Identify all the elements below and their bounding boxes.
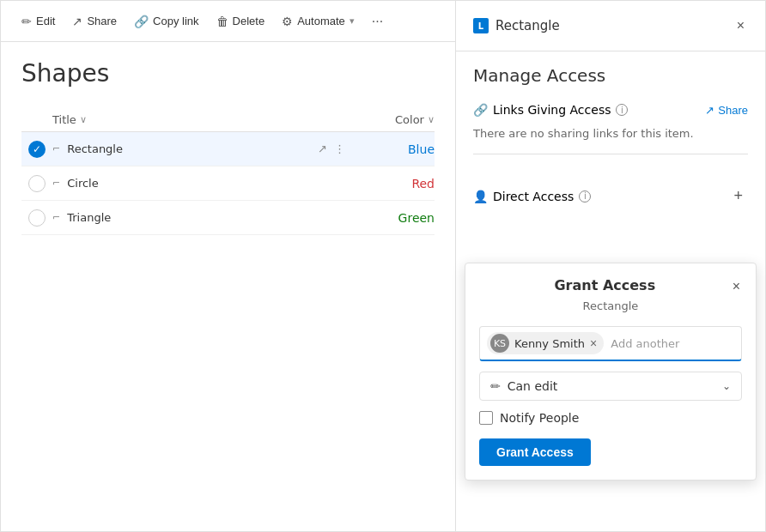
links-share-button[interactable]: ↗ Share xyxy=(705,104,748,117)
col-check-header xyxy=(21,113,52,126)
color-col-label: Color xyxy=(395,113,424,126)
check-circle-empty xyxy=(28,175,46,192)
table-row[interactable]: ✓ ⌐ Rectangle ↗ ⋮ Blue xyxy=(21,132,435,166)
title-col-label: Title xyxy=(52,113,76,126)
links-section: 🔗 Links Giving Access i ↗ Share There ar… xyxy=(473,93,748,154)
share-icon: ↗ xyxy=(72,15,82,28)
edit-icon: ✏ xyxy=(21,15,32,28)
links-info-icon[interactable]: i xyxy=(616,104,628,116)
panel-close-button[interactable]: × xyxy=(733,15,748,37)
row-share-icon[interactable]: ↗ xyxy=(314,139,331,159)
row-title: ⌐ Triangle xyxy=(52,211,314,224)
row-title: ⌐ Circle xyxy=(52,177,314,190)
main-content: Shapes Title ∨ Color ∨ ✓ ⌐ xyxy=(1,42,455,531)
person-tag: KS Kenny Smith × xyxy=(487,332,604,354)
row-color: Red xyxy=(366,177,435,190)
direct-access-info-icon[interactable]: i xyxy=(579,190,591,203)
col-color-header: Color ∨ xyxy=(366,113,435,126)
row-title: ⌐ Rectangle xyxy=(52,142,314,155)
direct-access-header: 👤 Direct Access i + xyxy=(473,175,748,214)
direct-access-label: 👤 Direct Access i xyxy=(473,190,591,203)
item-icon: ⌐ xyxy=(52,143,60,154)
row-check[interactable] xyxy=(21,209,52,227)
table-row[interactable]: ⌐ Triangle Green xyxy=(21,201,435,235)
perm-label: Can edit xyxy=(508,379,558,393)
no-links-text: There are no sharing links for this item… xyxy=(473,124,748,150)
list-table: Title ∨ Color ∨ ✓ ⌐ Rectangle xyxy=(21,108,435,235)
row-check[interactable] xyxy=(21,175,52,192)
panel-header: L Rectangle × xyxy=(456,1,765,51)
permission-left: ✏ Can edit xyxy=(490,379,557,393)
copy-link-button[interactable]: 🔗 Copy link xyxy=(127,10,205,33)
automate-label: Automate xyxy=(297,15,345,27)
person-remove-button[interactable]: × xyxy=(590,337,597,349)
direct-access-title: Direct Access xyxy=(493,190,574,203)
share-icon: ↗ xyxy=(705,104,714,117)
row-color: Blue xyxy=(366,142,435,156)
panel-header-left: L Rectangle xyxy=(473,18,560,33)
left-panel: ✏ Edit ↗ Share 🔗 Copy link 🗑 Delete ⚙ Au… xyxy=(1,1,456,531)
grant-access-button[interactable]: Grant Access xyxy=(479,438,591,466)
notify-label: Notify People xyxy=(500,411,579,425)
item-name: Rectangle xyxy=(67,142,123,155)
automate-icon: ⚙ xyxy=(282,15,293,28)
edit-button[interactable]: ✏ Edit xyxy=(15,10,62,33)
row-more-icon[interactable]: ⋮ xyxy=(331,139,349,159)
grant-access-close-button[interactable]: × xyxy=(731,277,742,296)
automate-chevron-icon: ▾ xyxy=(350,15,355,27)
chevron-down-icon: ⌄ xyxy=(722,380,731,392)
right-panel: L Rectangle × Manage Access 🔗 Links Givi… xyxy=(456,1,765,531)
col-title-header: Title ∨ xyxy=(52,113,314,126)
edit-perm-icon: ✏ xyxy=(490,379,501,393)
copy-link-label: Copy link xyxy=(153,15,198,27)
grant-access-title: Grant Access xyxy=(479,277,731,293)
grant-access-header: Grant Access × xyxy=(479,277,742,296)
item-icon: ⌐ xyxy=(52,212,60,223)
table-row[interactable]: ⌐ Circle Red xyxy=(21,166,435,201)
add-direct-access-button[interactable]: + xyxy=(728,185,748,207)
chain-icon: 🔗 xyxy=(473,103,488,117)
check-circle-filled: ✓ xyxy=(28,141,46,158)
file-icon: L xyxy=(473,18,489,33)
person-icon: 👤 xyxy=(473,190,488,203)
section-divider xyxy=(473,154,748,154)
links-section-header: 🔗 Links Giving Access i ↗ Share xyxy=(473,93,748,124)
notify-row: Notify People xyxy=(479,411,742,425)
add-another-placeholder: Add another xyxy=(607,336,683,352)
list-header: Title ∨ Color ∨ xyxy=(21,108,435,132)
share-button[interactable]: ↗ Share xyxy=(65,10,124,33)
manage-access-title: Manage Access xyxy=(456,51,765,93)
row-check[interactable]: ✓ xyxy=(21,141,52,158)
item-icon: ⌐ xyxy=(52,178,60,189)
share-label: Share xyxy=(87,15,117,27)
item-name: Triangle xyxy=(67,211,111,224)
page-title: Shapes xyxy=(21,59,435,88)
row-actions: ↗ ⋮ xyxy=(314,139,366,159)
grant-access-popup: Grant Access × Rectangle KS Kenny Smith … xyxy=(465,263,757,481)
avatar: KS xyxy=(490,334,509,353)
grant-access-subtitle: Rectangle xyxy=(479,299,742,312)
delete-button[interactable]: 🗑 Delete xyxy=(210,10,272,33)
links-share-label: Share xyxy=(718,104,748,117)
person-name: Kenny Smith xyxy=(514,337,585,350)
col-actions-header xyxy=(314,113,366,126)
color-sort-icon: ∨ xyxy=(428,114,435,125)
link-icon: 🔗 xyxy=(134,15,149,28)
links-section-label: 🔗 Links Giving Access i xyxy=(473,103,628,117)
edit-label: Edit xyxy=(36,15,55,27)
more-button[interactable]: ··· xyxy=(365,9,390,33)
notify-checkbox[interactable] xyxy=(479,411,493,425)
delete-label: Delete xyxy=(233,15,265,27)
people-input-area[interactable]: KS Kenny Smith × Add another xyxy=(479,326,742,361)
permission-dropdown[interactable]: ✏ Can edit ⌄ xyxy=(479,372,742,401)
toolbar: ✏ Edit ↗ Share 🔗 Copy link 🗑 Delete ⚙ Au… xyxy=(1,1,455,42)
links-section-title: Links Giving Access xyxy=(493,103,611,117)
automate-button[interactable]: ⚙ Automate ▾ xyxy=(275,10,362,33)
row-color: Green xyxy=(366,211,435,225)
delete-icon: 🗑 xyxy=(216,15,228,28)
direct-access-section: 👤 Direct Access i + xyxy=(473,168,748,214)
item-name: Circle xyxy=(67,177,99,190)
panel-item-title: Rectangle xyxy=(495,18,560,33)
check-circle-empty xyxy=(28,209,46,227)
title-sort-icon: ∨ xyxy=(80,114,87,125)
